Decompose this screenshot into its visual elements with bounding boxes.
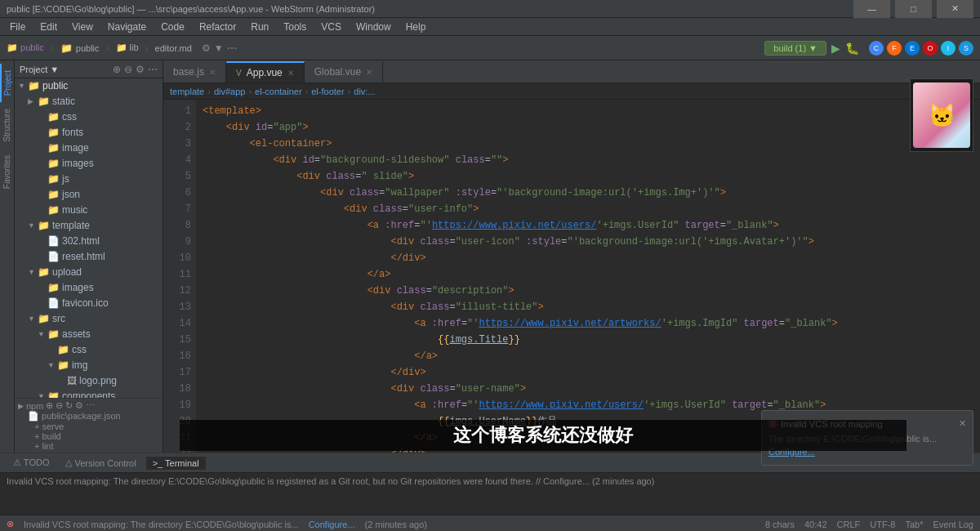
tree-item-upload[interactable]: ▼📁upload: [15, 265, 163, 280]
tree-item-assets-css[interactable]: 📁css: [15, 342, 163, 358]
minimize-button[interactable]: —: [853, 0, 890, 18]
project-selector[interactable]: 📁 public: [7, 42, 44, 53]
subtitle-text: 这个博客系统还没做好: [453, 425, 633, 445]
status-crlf[interactable]: CRLF: [837, 520, 861, 529]
tree-item-json[interactable]: 📁json: [15, 187, 163, 203]
toolbar-arrow-icon[interactable]: ▼: [214, 42, 224, 54]
chrome-icon[interactable]: C: [869, 41, 884, 56]
vcs-icon: △: [65, 457, 72, 468]
toolbar-sep1: ›: [51, 42, 54, 54]
tree-item-js[interactable]: 📁js: [15, 172, 163, 187]
npm-refresh-icon[interactable]: ↻: [65, 400, 73, 411]
toolbar: 📁 public › 📁 public › 📁 lib › editor.md …: [0, 36, 980, 60]
npm-section: ▶ npm ⊕ ⊖ ↻ ⚙ ⋯ 📄 public\package.json + …: [15, 398, 163, 453]
npm-sub-icon[interactable]: ⊖: [56, 400, 63, 411]
npm-settings-icon[interactable]: ⚙: [75, 400, 83, 411]
tree-item-upload-images[interactable]: 📁images: [15, 280, 163, 296]
todo-icon: ⚠: [13, 457, 21, 467]
tree-item-static[interactable]: ▶📁static: [15, 94, 163, 109]
tab-terminal[interactable]: >_ Terminal: [146, 457, 206, 470]
tab-basejs[interactable]: base.js ✕: [163, 61, 226, 83]
toolbar-settings-icon[interactable]: ⚙: [202, 42, 211, 54]
tree-item-fonts[interactable]: 📁fonts: [15, 125, 163, 141]
tree-item-reset[interactable]: 📄reset.html: [15, 249, 163, 265]
code-content[interactable]: <template> <div id="app"> <el-container>…: [196, 100, 980, 453]
sidebar-add-icon[interactable]: ⊕: [113, 64, 121, 75]
tree-item-components[interactable]: ▼📁components: [15, 389, 163, 398]
menu-edit[interactable]: Edit: [33, 20, 64, 34]
npm-lint[interactable]: + lint: [18, 441, 159, 451]
tree-item-302[interactable]: 📄302.html: [15, 234, 163, 249]
tree-item-music[interactable]: 📁music: [15, 203, 163, 218]
tree-item-img[interactable]: ▼📁img: [15, 358, 163, 373]
npm-add-icon[interactable]: ⊕: [46, 400, 53, 411]
edge-icon[interactable]: E: [905, 41, 920, 56]
tab-appvue-close[interactable]: ✕: [287, 69, 294, 78]
npm-package-json[interactable]: 📄 public\package.json: [18, 411, 159, 422]
tree-item-template-static[interactable]: ▼📁template: [15, 218, 163, 234]
menu-window[interactable]: Window: [350, 20, 398, 34]
tree-item-public[interactable]: ▼📁public: [15, 78, 163, 94]
tree-item-src[interactable]: ▼📁src: [15, 311, 163, 327]
menu-help[interactable]: Help: [399, 20, 433, 34]
tab-basejs-close[interactable]: ✕: [209, 68, 216, 77]
bc-elfooter[interactable]: el-footer: [311, 87, 344, 96]
status-indent[interactable]: Tab*: [905, 520, 923, 529]
status-event-log[interactable]: Event Log: [933, 520, 973, 529]
title-text: public [E:\CODE\Go\blog\public] — ...\sr…: [7, 4, 853, 14]
status-configure-link[interactable]: Configure...: [309, 520, 355, 529]
tab-globalvue-close[interactable]: ✕: [366, 68, 372, 77]
structure-tab[interactable]: Structure: [1, 102, 13, 149]
build-button[interactable]: build (1) ▼: [764, 41, 826, 56]
tab-todo[interactable]: ⚠ TODO: [7, 456, 56, 470]
menu-view[interactable]: View: [65, 20, 100, 34]
sidebar-more-icon[interactable]: ⋯: [148, 64, 158, 75]
debug-button[interactable]: 🐛: [845, 42, 859, 55]
tree-item-css[interactable]: 📁css: [15, 109, 163, 125]
project-tab[interactable]: Project: [0, 64, 14, 102]
menu-tools[interactable]: Tools: [277, 20, 313, 34]
menu-run[interactable]: Run: [244, 20, 275, 34]
menu-code[interactable]: Code: [154, 20, 191, 34]
sidebar-settings-icon[interactable]: ⚙: [136, 64, 145, 75]
ie-icon[interactable]: I: [941, 41, 956, 56]
bc-sep3: ›: [305, 87, 309, 96]
bc-elcontainer[interactable]: el-container: [255, 87, 301, 96]
tree-item-favicon[interactable]: 📄favicon.ico: [15, 296, 163, 311]
maximize-button[interactable]: □: [895, 0, 932, 18]
tree-item-assets[interactable]: ▼📁assets: [15, 327, 163, 342]
npm-expand-icon[interactable]: ▶: [18, 402, 24, 410]
menu-file[interactable]: File: [3, 20, 32, 34]
safari-icon[interactable]: S: [959, 41, 973, 56]
sidebar-subtract-icon[interactable]: ⊖: [124, 64, 132, 75]
menu-vcs[interactable]: VCS: [314, 20, 348, 34]
tree-item-logo[interactable]: 🖼logo.png: [15, 373, 163, 389]
code-editor[interactable]: 12345 678910 1112131415 1617181920 21222…: [163, 100, 980, 453]
opera-icon[interactable]: O: [923, 41, 938, 56]
favorites-tab[interactable]: Favorites: [1, 149, 13, 195]
firefox-icon[interactable]: F: [887, 41, 902, 56]
bc-template[interactable]: template: [170, 87, 204, 96]
npm-serve[interactable]: + serve: [18, 422, 159, 431]
terminal-icon: >_: [153, 458, 163, 468]
close-button[interactable]: ✕: [937, 0, 973, 18]
tab-globalvue[interactable]: Global.vue ✕: [305, 61, 383, 83]
status-error-text[interactable]: Invalid VCS root mapping: The directory …: [24, 520, 299, 529]
bc-divdots[interactable]: div:...: [354, 87, 375, 96]
toolbar-more-icon[interactable]: ⋯: [227, 42, 237, 54]
menubar: File Edit View Navigate Code Refactor Ru…: [0, 18, 980, 36]
status-encoding[interactable]: UTF-8: [870, 520, 895, 529]
tab-appvue-label: App.vue: [247, 67, 283, 78]
tab-appvue[interactable]: V App.vue ✕: [226, 61, 305, 83]
tree-item-images[interactable]: 📁images: [15, 156, 163, 172]
tab-vcs[interactable]: △ Version Control: [59, 456, 142, 470]
bc-divapp[interactable]: div#app: [214, 87, 246, 96]
menu-refactor[interactable]: Refactor: [193, 20, 243, 34]
npm-build[interactable]: + build: [18, 431, 159, 441]
npm-more-icon[interactable]: ⋯: [86, 400, 95, 411]
run-button[interactable]: ▶: [831, 42, 840, 55]
bc-sep2: ›: [248, 87, 252, 96]
tree-item-image[interactable]: 📁image: [15, 141, 163, 156]
menu-navigate[interactable]: Navigate: [101, 20, 153, 34]
notif-close-btn[interactable]: ✕: [959, 418, 966, 429]
